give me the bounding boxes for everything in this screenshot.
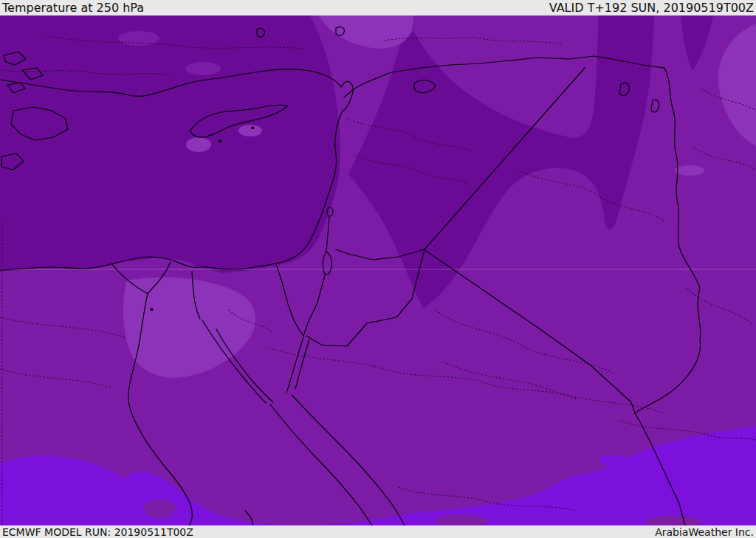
shading-light-patch-east bbox=[675, 165, 704, 176]
header-bar: Temperature at 250 hPa VALID T+192 SUN, … bbox=[0, 0, 756, 15]
page-title: Temperature at 250 hPa bbox=[2, 2, 144, 14]
shading-mid-patch-anatolia-1 bbox=[118, 31, 159, 46]
weather-map-app: Temperature at 250 hPa VALID T+192 SUN, … bbox=[0, 0, 756, 538]
shading-light-sw-cyprus bbox=[186, 137, 211, 152]
map-canvas bbox=[0, 15, 756, 525]
city-dot bbox=[151, 308, 153, 311]
model-run-label: ECMWF MODEL RUN: 20190511T00Z bbox=[2, 527, 193, 537]
temperature-map-svg bbox=[0, 15, 756, 525]
footer-bar: ECMWF MODEL RUN: 20190511T00Z ArabiaWeat… bbox=[0, 525, 756, 538]
shading-light-e-cyprus bbox=[238, 125, 262, 137]
city-dot bbox=[252, 127, 254, 129]
valid-time-label: VALID T+192 SUN, 20190519T00Z bbox=[549, 2, 754, 14]
shading-dark-northwest bbox=[0, 15, 340, 273]
shading-mid-patch-anatolia-2 bbox=[185, 62, 221, 75]
shading-mid-blob-south-1 bbox=[143, 499, 176, 518]
shading-bright-patch-isolated bbox=[599, 455, 629, 466]
city-dot bbox=[219, 140, 221, 142]
credit-label: ArabiaWeather Inc. bbox=[655, 527, 754, 537]
